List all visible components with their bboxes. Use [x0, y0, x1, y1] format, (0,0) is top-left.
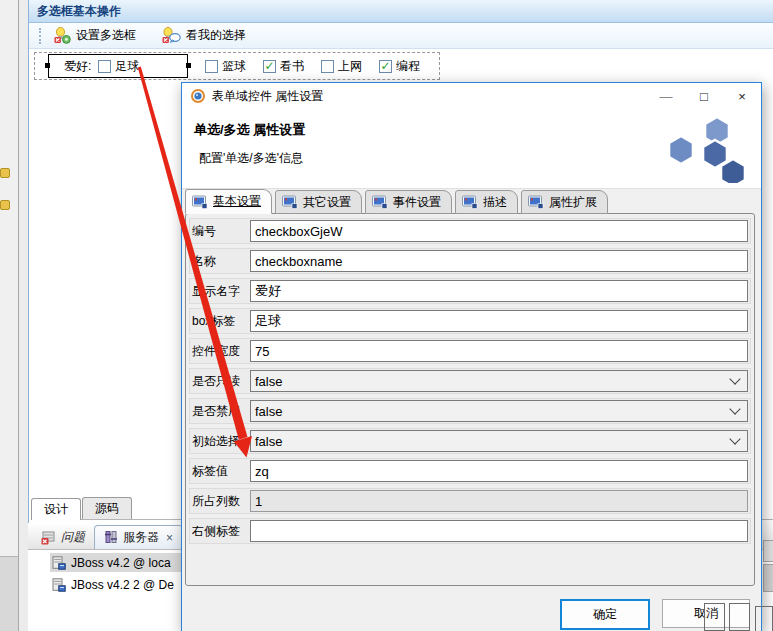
scrollbar-fragment — [763, 540, 773, 562]
editor-page-tab[interactable]: 源码 — [82, 497, 132, 519]
editor-page-tab[interactable]: 设计 — [31, 498, 81, 520]
input-box-label[interactable] — [250, 310, 748, 332]
property-label: 标签值 — [192, 463, 250, 480]
monitor-icon — [282, 195, 298, 209]
dialog-tab[interactable]: 其它设置 — [275, 190, 362, 214]
input-name[interactable] — [250, 250, 748, 272]
input-id[interactable] — [250, 220, 748, 242]
toolbar-button[interactable]: 看我的选择 — [162, 27, 246, 44]
checkbox-label: 篮球 — [222, 58, 246, 75]
dialog-tab-label: 其它设置 — [303, 194, 351, 211]
checkbox-item-unchecked[interactable]: 足球 — [98, 58, 139, 75]
dialog-tab[interactable]: 属性扩展 — [521, 190, 608, 214]
toolbar-grip — [39, 28, 44, 44]
field-name: 名称 — [189, 248, 751, 274]
selected-widget-outline[interactable]: 爱好: 足球 — [48, 54, 188, 78]
property-label: 所占列数 — [192, 493, 250, 510]
field-box-label: box标签 — [189, 308, 751, 334]
checkbox-box[interactable] — [205, 60, 218, 73]
field-column-span: 所占列数 — [189, 488, 751, 514]
toolbar-button[interactable]: 设置多选框 — [54, 27, 136, 44]
dialog-tab[interactable]: 描述 — [455, 190, 518, 214]
panel-tab[interactable]: 问题 — [32, 526, 94, 549]
checkbox-item-checked[interactable]: ✓ 看书 — [263, 58, 304, 75]
dialog-title: 表单域控件 属性设置 — [212, 88, 323, 105]
checkbox-box[interactable] — [321, 60, 334, 73]
property-label: 控件宽度 — [192, 343, 250, 360]
palette-icon-fragment — [0, 168, 10, 178]
editor-page-tab-label: 源码 — [95, 500, 119, 517]
select-disabled[interactable]: false — [250, 400, 748, 422]
servers-icon — [104, 530, 118, 545]
dialog-tab-bar: 基本设置 其它设置 事件设置 描述 属性 — [185, 191, 611, 214]
server-icon — [52, 578, 66, 592]
field-disabled: 是否禁用 false — [189, 398, 751, 424]
checkbox-label: 足球 — [115, 58, 139, 75]
panel-tab-label: 服务器 — [123, 529, 159, 546]
scrollbar-fragment — [763, 564, 773, 592]
property-label: 初始选择 — [192, 433, 250, 450]
selection-handle-left[interactable] — [45, 63, 50, 68]
checkmark-glyph: ✓ — [264, 60, 274, 72]
property-label: 是否禁用 — [192, 403, 250, 420]
monitor-icon — [192, 195, 208, 209]
missing-glyph-box — [755, 606, 773, 631]
field-initial-checked: 初始选择 false — [189, 428, 751, 454]
lightbulb-gear-icon — [54, 27, 71, 44]
dialog-app-icon — [190, 88, 206, 104]
editor-page-tab-label: 设计 — [44, 501, 68, 518]
toolbar-button-label: 设置多选框 — [76, 27, 136, 44]
checkbox-group-row[interactable]: 爱好: 足球 篮球 ✓ 看书 上网 ✓ 编程 — [34, 52, 440, 80]
palette-strip — [0, 0, 19, 631]
checkbox-item-unchecked[interactable]: 上网 — [321, 58, 362, 75]
checkbox-item-checked[interactable]: ✓ 编程 — [379, 58, 420, 75]
monitor-icon — [462, 195, 478, 209]
input-tag-value[interactable] — [250, 460, 748, 482]
dialog-titlebar[interactable]: 表单域控件 属性设置 — □ × — [182, 83, 761, 109]
chevron-down-icon — [729, 403, 740, 414]
problems-icon — [41, 530, 56, 545]
tab-close-icon[interactable]: × — [166, 531, 173, 545]
dialog-tab-label: 基本设置 — [213, 193, 261, 210]
server-label: JBoss v4.2 2 @ De — [71, 578, 174, 592]
input-control-width[interactable] — [250, 340, 748, 362]
checkbox-label: 上网 — [338, 58, 362, 75]
chevron-down-icon — [729, 433, 740, 444]
maximize-button[interactable]: □ — [685, 83, 723, 109]
close-button[interactable]: × — [723, 83, 761, 109]
field-id: 编号 — [189, 218, 751, 244]
checkbox-box[interactable]: ✓ — [263, 60, 276, 73]
property-label: 显示名字 — [192, 283, 250, 300]
field-display-name: 显示名字 — [189, 278, 751, 304]
section-header: 多选框基本操作 — [29, 0, 773, 23]
checkbox-box[interactable]: ✓ — [379, 60, 392, 73]
panel-tab[interactable]: 服务器 × — [94, 525, 183, 549]
properties-dialog: 表单域控件 属性设置 — □ × 单选/多选 属性设置 配置'单选/多选'信息 … — [181, 82, 762, 631]
field-control-width: 控件宽度 — [189, 338, 751, 364]
dialog-tab[interactable]: 基本设置 — [185, 189, 272, 214]
select-readonly[interactable]: false — [250, 370, 748, 392]
monitor-icon — [372, 195, 388, 209]
minimize-button[interactable]: — — [647, 83, 685, 109]
select-initial-checked[interactable]: false — [250, 430, 748, 452]
checkbox-box[interactable] — [98, 60, 111, 73]
checkbox-label: 看书 — [280, 58, 304, 75]
section-title: 多选框基本操作 — [37, 3, 121, 20]
selection-handle-right[interactable] — [186, 63, 191, 68]
field-readonly: 是否只读 false — [189, 368, 751, 394]
panel-tab-label: 问题 — [61, 529, 85, 546]
property-label: 名称 — [192, 253, 250, 270]
checkbox-item-unchecked[interactable]: 篮球 — [205, 58, 246, 75]
checkbox-label: 编程 — [396, 58, 420, 75]
hexagon-logo — [661, 115, 749, 183]
property-label: 编号 — [192, 223, 250, 240]
dialog-tab[interactable]: 事件设置 — [365, 190, 452, 214]
input-column-span[interactable] — [250, 490, 748, 512]
properties-form: 编号 名称 显示名字 box标签 控件宽度 是否只读 false 是否禁用 fa… — [185, 213, 755, 586]
dialog-header: 单选/多选 属性设置 配置'单选/多选'信息 — [182, 109, 761, 189]
field-right-label: 右侧标签 — [189, 518, 751, 544]
ok-button[interactable]: 确定 — [560, 599, 650, 630]
server-label: JBoss v4.2 @ loca — [71, 556, 171, 570]
input-display-name[interactable] — [250, 280, 748, 302]
input-right-label[interactable] — [250, 520, 748, 542]
